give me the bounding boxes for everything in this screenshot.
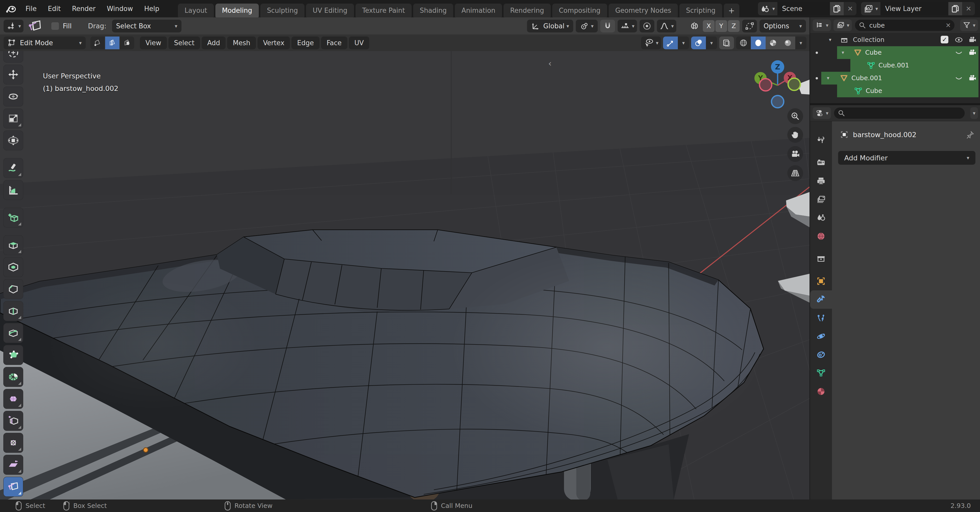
mirror-icon[interactable] bbox=[689, 21, 700, 31]
tool-shrink-fatten[interactable] bbox=[3, 433, 23, 453]
pan-button[interactable] bbox=[788, 127, 803, 143]
menu-vertex[interactable]: Vertex bbox=[258, 37, 290, 49]
tool-add-cube[interactable] bbox=[3, 208, 23, 227]
copy-view-layer-icon[interactable] bbox=[948, 2, 962, 15]
shading-rendered-button[interactable] bbox=[780, 37, 795, 49]
outliner-display-mode-dropdown[interactable]: ▾ bbox=[834, 19, 852, 31]
add-workspace-button[interactable]: + bbox=[724, 3, 739, 18]
edge-select-mode-button[interactable] bbox=[105, 37, 119, 49]
perspective-toggle-button[interactable] bbox=[788, 165, 803, 181]
exclude-checkbox[interactable]: ✓ bbox=[941, 36, 948, 43]
outliner-row-collection[interactable]: ▾ Collection ✓ bbox=[810, 33, 980, 46]
tool-move[interactable] bbox=[3, 65, 23, 84]
expand-caret-icon[interactable]: ▾ bbox=[829, 37, 832, 42]
tab-uv-editing[interactable]: UV Editing bbox=[306, 3, 354, 18]
xray-toggle[interactable] bbox=[719, 37, 734, 49]
menu-face[interactable]: Face bbox=[321, 37, 347, 49]
tab-compositing[interactable]: Compositing bbox=[552, 3, 607, 18]
shading-dropdown[interactable]: ▾ bbox=[795, 37, 807, 49]
outliner-row-cube001[interactable]: ▾ Cube.001 bbox=[810, 72, 980, 85]
fill-checkbox[interactable] bbox=[51, 22, 59, 30]
snap-settings-dropdown[interactable]: ▾ bbox=[617, 20, 637, 32]
proportional-editing-toggle[interactable] bbox=[640, 20, 654, 32]
gizmos-toggle[interactable] bbox=[663, 37, 678, 49]
menu-edge[interactable]: Edge bbox=[291, 37, 319, 49]
viewport-3d[interactable]: User Perspective (1) barstow_hood.002 bbox=[0, 51, 810, 499]
transform-orientation-dropdown[interactable]: Global ▾ bbox=[527, 20, 573, 32]
tab-particles[interactable] bbox=[810, 309, 832, 327]
gizmo-z-label[interactable]: Z bbox=[775, 63, 780, 71]
tab-rendering[interactable]: Rendering bbox=[504, 3, 551, 18]
gizmo-minus-x-ball[interactable] bbox=[759, 79, 772, 91]
outliner-row-cube-data[interactable]: Cube bbox=[810, 85, 980, 97]
pivot-point-dropdown[interactable]: ▾ bbox=[576, 20, 598, 32]
drag-mode-dropdown[interactable]: Select Box ▾ bbox=[112, 20, 181, 32]
tab-geometry-nodes[interactable]: Geometry Nodes bbox=[609, 3, 678, 18]
zoom-button[interactable] bbox=[788, 108, 803, 124]
copy-scene-icon[interactable] bbox=[830, 2, 844, 15]
pin-icon[interactable] bbox=[966, 130, 974, 139]
expand-caret-icon[interactable]: ▾ bbox=[827, 75, 829, 81]
tool-scale[interactable] bbox=[3, 109, 23, 128]
gizmos-dropdown[interactable]: ▾ bbox=[678, 37, 689, 49]
tool-shear[interactable] bbox=[3, 455, 23, 474]
tool-loop-cut[interactable] bbox=[3, 301, 23, 321]
tab-tool[interactable] bbox=[810, 131, 832, 149]
tab-output[interactable] bbox=[810, 172, 832, 190]
snap-toggle[interactable] bbox=[600, 20, 615, 32]
tool-transform[interactable] bbox=[3, 131, 23, 150]
tab-shading[interactable]: Shading bbox=[413, 3, 453, 18]
tab-modeling[interactable]: Modeling bbox=[215, 3, 259, 18]
disable-render-camera-icon[interactable] bbox=[968, 48, 977, 57]
vertex-select-mode-button[interactable] bbox=[90, 37, 105, 49]
menu-help[interactable]: Help bbox=[138, 0, 165, 18]
tab-animation[interactable]: Animation bbox=[455, 3, 502, 18]
tab-constraints[interactable] bbox=[810, 346, 832, 364]
tab-collection[interactable] bbox=[810, 249, 832, 268]
tool-inset-faces[interactable] bbox=[3, 257, 23, 277]
camera-view-button[interactable] bbox=[788, 146, 803, 162]
snap-to-symmetry-toggle[interactable] bbox=[742, 20, 757, 32]
properties-options-dropdown[interactable]: ▾ bbox=[970, 107, 978, 119]
proportional-falloff-dropdown[interactable]: ▾ bbox=[657, 20, 676, 32]
clear-search-icon[interactable]: ✕ bbox=[945, 22, 951, 29]
overlays-dropdown[interactable]: ▾ bbox=[706, 37, 717, 49]
mirror-x-button[interactable]: X bbox=[703, 20, 714, 32]
tab-world[interactable] bbox=[810, 227, 832, 246]
blender-logo-icon[interactable] bbox=[6, 4, 17, 13]
unlink-scene-icon[interactable]: ✕ bbox=[844, 2, 856, 15]
tool-measure[interactable] bbox=[3, 180, 23, 200]
editor-type-dropdown[interactable]: ▾ bbox=[813, 19, 831, 31]
shading-wireframe-button[interactable] bbox=[736, 37, 751, 49]
tab-scripting[interactable]: Scripting bbox=[679, 3, 722, 18]
menu-edit[interactable]: Edit bbox=[42, 0, 66, 18]
menu-window[interactable]: Window bbox=[101, 0, 138, 18]
gizmo-minus-y-ball[interactable] bbox=[788, 78, 800, 90]
view-layer-name[interactable]: View Layer bbox=[880, 2, 948, 15]
menu-view[interactable]: View bbox=[140, 37, 167, 49]
outliner-row-cube[interactable]: ▾ Cube bbox=[810, 46, 980, 59]
tool-edge-slide[interactable] bbox=[3, 411, 23, 431]
object-name[interactable]: barstow_hood.002 bbox=[853, 131, 916, 139]
tool-bevel[interactable] bbox=[3, 279, 23, 299]
tab-render[interactable] bbox=[810, 153, 832, 172]
shading-solid-button[interactable] bbox=[751, 37, 765, 49]
tool-rotate[interactable] bbox=[3, 87, 23, 106]
options-dropdown[interactable]: Options ▾ bbox=[759, 20, 806, 32]
tool-poly-build[interactable] bbox=[3, 345, 23, 365]
tab-physics[interactable] bbox=[810, 327, 832, 346]
tab-object[interactable] bbox=[810, 272, 832, 290]
tool-cursor[interactable] bbox=[3, 51, 23, 62]
tab-view-layer[interactable] bbox=[810, 190, 832, 209]
menu-file[interactable]: File bbox=[20, 0, 42, 18]
scene-name[interactable]: Scene bbox=[777, 2, 830, 15]
view-layer-icon[interactable]: ▾ bbox=[861, 2, 880, 15]
tool-annotate[interactable] bbox=[3, 158, 23, 178]
mode-dropdown[interactable]: Edit Mode ▾ bbox=[3, 37, 86, 49]
shading-material-button[interactable] bbox=[765, 37, 780, 49]
menu-render[interactable]: Render bbox=[66, 0, 101, 18]
tab-sculpting[interactable]: Sculpting bbox=[260, 3, 304, 18]
overlays-toggle[interactable] bbox=[691, 37, 706, 49]
mirror-y-button[interactable]: Y bbox=[715, 20, 727, 32]
tool-rip-region[interactable] bbox=[3, 477, 23, 496]
